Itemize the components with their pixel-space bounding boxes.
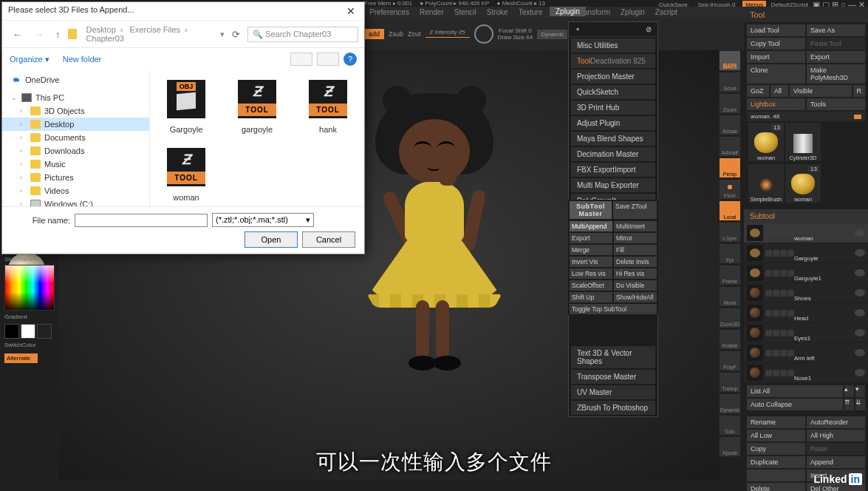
breadcrumb[interactable]: Desktop› Exercise Files› Chapter03: [80, 24, 218, 44]
sm-button[interactable]: Mirror: [614, 233, 657, 243]
dialog-close-button[interactable]: ✕: [344, 5, 358, 17]
subtool-header[interactable]: Subtool: [744, 209, 868, 223]
sm-button[interactable]: MultiAppend: [570, 221, 612, 231]
nav-up-icon[interactable]: ↑: [51, 27, 65, 41]
copy-tool-button[interactable]: Copy Tool: [747, 38, 805, 50]
rtb-scroll[interactable]: Scroll: [719, 72, 741, 92]
subtool-item[interactable]: Eyes1: [744, 323, 868, 342]
up-arrow-icon[interactable]: ▴: [844, 385, 854, 397]
subtool-item[interactable]: Arm left: [744, 343, 868, 362]
plugin-item[interactable]: Text 3D & Vector Shapes: [571, 346, 655, 368]
plugin-item[interactable]: Transpose Master: [571, 370, 655, 384]
tree-node[interactable]: ›Windows (C:): [2, 197, 149, 206]
tree-node[interactable]: ›Videos: [2, 184, 149, 197]
view-mode-button[interactable]: [290, 53, 312, 66]
tool-tile[interactable]: 13woman: [748, 123, 784, 161]
tool-tile[interactable]: 13woman: [785, 164, 821, 203]
load-tool-button[interactable]: Load Tool: [747, 24, 805, 36]
color-picker[interactable]: [4, 265, 55, 311]
rtb-persp[interactable]: Persp: [719, 158, 741, 178]
sm-button[interactable]: Hi Res vis: [614, 268, 657, 279]
sm-button[interactable]: MultiInsert: [614, 221, 657, 231]
open-button[interactable]: Open: [245, 231, 298, 248]
lightbox-button[interactable]: Lightbox: [747, 98, 805, 110]
rtb-move[interactable]: Move: [719, 286, 741, 307]
menu-pin-icon[interactable]: ⚬: [575, 25, 581, 33]
subtool-item[interactable]: Head: [744, 303, 868, 322]
rtb-rotate[interactable]: Rotate: [719, 329, 741, 350]
zsub-button[interactable]: Zsub: [389, 30, 403, 38]
st-action[interactable]: Rename: [747, 416, 805, 428]
export-button[interactable]: Export: [807, 51, 865, 63]
visibility-icon[interactable]: [855, 269, 865, 277]
file-item[interactable]: ƵTOOLwoman: [156, 144, 216, 202]
plugin-item[interactable]: FBX ExportImport: [571, 163, 655, 177]
rtb-aahalf[interactable]: AAHalf: [719, 136, 741, 157]
view-mode-button-2[interactable]: [317, 53, 339, 66]
sm-button[interactable]: Do Visible: [614, 280, 657, 291]
alternate-button[interactable]: Alternate: [4, 353, 38, 363]
rtb-solo[interactable]: Solo: [719, 415, 741, 436]
menu-item[interactable]: Texture: [513, 8, 548, 16]
subtool-item[interactable]: Gargoyle1: [744, 263, 868, 282]
plugin-item[interactable]: Adjust Plugin: [571, 116, 655, 130]
rtb-frame[interactable]: Frame: [719, 265, 741, 285]
plugin-item[interactable]: Maya Blend Shapes: [571, 132, 655, 146]
rtb-floor[interactable]: Floor: [719, 179, 741, 200]
rtb-actual[interactable]: Actual: [719, 115, 741, 135]
menu-item[interactable]: Stencil: [449, 8, 482, 16]
rtb-dynamic[interactable]: Dynamic: [719, 393, 741, 414]
cancel-button[interactable]: Cancel: [302, 231, 355, 248]
rtb-transp[interactable]: Transp: [719, 372, 741, 393]
sm-button[interactable]: Low Res vis: [570, 268, 612, 279]
save-as-button[interactable]: Save As: [807, 24, 865, 36]
plugin-item[interactable]: Projection Master: [571, 70, 655, 84]
goz-all-button[interactable]: All: [770, 85, 788, 97]
down-arrow-icon[interactable]: ▾: [855, 385, 865, 397]
rtb-lsym[interactable]: LSym: [719, 222, 741, 243]
menu-close-icon[interactable]: ⊘: [646, 25, 652, 33]
goz-visible-button[interactable]: Visible: [790, 85, 852, 97]
rtb-local[interactable]: Local: [719, 200, 741, 221]
filetype-combo[interactable]: (*.ztl;*.obj;*.ma;*.stl)▾: [212, 213, 314, 227]
subtool-item[interactable]: Shoes: [744, 283, 868, 302]
refresh-icon[interactable]: ⟳: [228, 27, 245, 41]
sm-button[interactable]: Shift Up: [570, 292, 612, 302]
rtb-bpr[interactable]: BPRSPix 3: [719, 50, 741, 71]
tree-node[interactable]: ›3D Objects: [2, 104, 149, 118]
rtb-zoom3d[interactable]: Zoom3D: [719, 308, 741, 328]
goz-button[interactable]: GoZ: [747, 85, 769, 97]
menu-item[interactable]: Zscript: [650, 8, 683, 16]
sm-button[interactable]: Export: [570, 233, 612, 243]
tree-node[interactable]: ›Music: [2, 158, 149, 171]
tool-slider[interactable]: woman. 48: [747, 112, 865, 121]
visibility-icon[interactable]: [855, 369, 865, 376]
tool-tile[interactable]: Cylinder3D: [785, 123, 821, 161]
nav-back-icon[interactable]: ←: [8, 27, 27, 41]
tree-node[interactable]: ›Desktop: [2, 118, 149, 131]
switchcolor-button[interactable]: SwitchColor: [4, 342, 36, 348]
sm-button[interactable]: Show/HideAll: [614, 292, 657, 302]
tree-node[interactable]: ›Downloads: [2, 144, 149, 158]
folder-tree[interactable]: OneDrive ⌄This PC ›3D Objects›Desktop›Do…: [2, 70, 150, 206]
tree-node[interactable]: ›Pictures: [2, 171, 149, 184]
organize-button[interactable]: Organize ▾: [10, 55, 49, 64]
menu-item[interactable]: Render: [414, 8, 449, 16]
sm-button[interactable]: Toggle Top SubTool: [570, 304, 657, 314]
file-item[interactable]: ƵTOOLgargoyle: [227, 76, 287, 134]
dynamic-button[interactable]: Dynamic: [537, 30, 567, 39]
sm-button[interactable]: Merge: [570, 245, 612, 255]
subtool-item[interactable]: Nose1: [744, 363, 868, 382]
visibility-icon[interactable]: [855, 349, 865, 356]
rtb-zoom[interactable]: Zoom: [719, 93, 741, 114]
st-action[interactable]: All High: [807, 430, 865, 441]
search-input[interactable]: 🔍 Search Chapter03: [247, 27, 358, 42]
visibility-icon[interactable]: [855, 229, 865, 237]
menu-item[interactable]: Stroke: [482, 8, 513, 16]
st-action[interactable]: AutoReorder: [807, 416, 865, 428]
sm-button[interactable]: Delete Invis: [614, 257, 657, 267]
paste-tool-button[interactable]: Paste Tool: [807, 38, 865, 50]
plugin-item[interactable]: Multi Map Exporter: [571, 178, 655, 192]
visibility-icon[interactable]: [855, 249, 865, 257]
menu-item[interactable]: Zplugin: [615, 8, 650, 16]
